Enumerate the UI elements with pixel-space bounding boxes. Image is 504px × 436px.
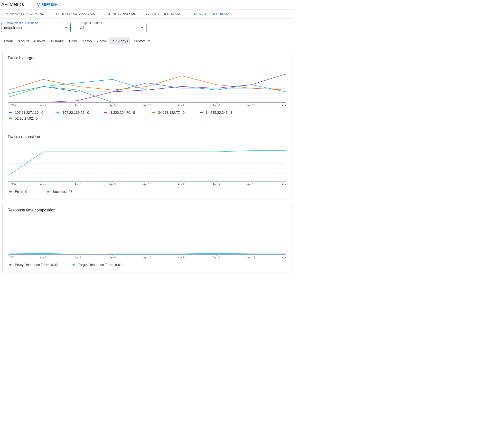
legend-item[interactable]: Error: 0 (8, 189, 46, 195)
svg-text:Apr 13: Apr 13 (247, 104, 255, 107)
legend-swatch-icon (8, 263, 13, 266)
refresh-label: REFRESH (42, 3, 57, 6)
legend-item[interactable]: Target Response Time: 8.61s (71, 262, 134, 268)
refresh-icon (37, 2, 40, 7)
tab-error-code-analysis[interactable]: ERROR CODE ANALYSIS (51, 10, 100, 18)
svg-text:Apr 7: Apr 7 (40, 183, 46, 186)
svg-text:Apr 12: Apr 12 (213, 183, 220, 186)
svg-text:Apr 9: Apr 9 (109, 183, 116, 186)
filter-controls: Environment or Hostname default-test Tar… (0, 19, 294, 32)
legend-label: Error: 0 (15, 190, 27, 194)
chevron-down-icon (65, 27, 67, 28)
legend-label: 34.235.32.249: 3 (206, 111, 232, 114)
legend-swatch-icon (103, 111, 108, 114)
svg-text:Apr 14: Apr 14 (282, 256, 286, 259)
legend-item[interactable]: 34.193.132.77: 0 (151, 110, 198, 115)
target-ip-select-label: Target IP Address (79, 21, 105, 25)
legend-swatch-icon (8, 190, 13, 193)
svg-text:Apr 10: Apr 10 (143, 256, 151, 259)
legend-item[interactable]: 107.21.227.110: 0 (8, 110, 55, 115)
chart-traffic-composition: UTC-4Apr 7Apr 8Apr 9Apr 10Apr 11Apr 12Ap… (8, 145, 286, 187)
chart-response-time: UTC-4Apr 7Apr 8Apr 9Apr 10Apr 11Apr 12Ap… (8, 219, 286, 260)
refresh-button[interactable]: REFRESH (37, 2, 57, 7)
legend-label: Success: 23 (53, 190, 72, 194)
target-ip-select[interactable]: Target IP Address All (77, 23, 147, 32)
svg-text:Apr 9: Apr 9 (109, 256, 116, 259)
time-chip-custom[interactable]: Custom (131, 38, 152, 45)
time-chip-12h[interactable]: 12 hours (48, 38, 66, 45)
legend-swatch-icon (198, 111, 204, 114)
legend-item[interactable]: 52.20.27.92: 0 (8, 115, 55, 121)
svg-text:UTC-4: UTC-4 (9, 104, 16, 107)
svg-point-23 (9, 112, 11, 114)
svg-text:Apr 14: Apr 14 (282, 104, 286, 107)
svg-text:Apr 7: Apr 7 (40, 104, 46, 107)
chevron-down-icon (148, 40, 150, 42)
chart-title: Traffic by target (8, 56, 286, 60)
page-header: API Metrics REFRESH (0, 0, 294, 9)
panel-traffic-by-target: Traffic by target UTC-4Apr 7Apr 8Apr 9Ap… (2, 51, 291, 126)
legend-item[interactable]: 3.230.204.70: 8 (103, 110, 151, 115)
legend-item[interactable]: 34.235.32.249: 3 (198, 110, 246, 115)
svg-text:UTC-4: UTC-4 (9, 183, 16, 186)
legend-label: 107.22.139.22: 0 (63, 111, 89, 114)
time-chip-3h[interactable]: 3 hours (16, 38, 32, 45)
tab-target-performance[interactable]: TARGET PERFORMANCE (189, 10, 238, 18)
svg-text:Apr 13: Apr 13 (247, 256, 255, 259)
legend-swatch-icon (151, 111, 156, 114)
legend-item[interactable]: Proxy Response Time: 0.03s (8, 262, 71, 268)
svg-rect-25 (57, 112, 59, 114)
svg-point-57 (9, 191, 11, 192)
chart-title: Response time composition (8, 208, 286, 212)
chart-title: Traffic composition (8, 135, 286, 139)
check-icon (112, 39, 115, 43)
svg-text:Apr 11: Apr 11 (178, 256, 186, 259)
svg-text:Apr 9: Apr 9 (109, 104, 116, 107)
legend-response-time: Proxy Response Time: 0.03sTarget Respons… (8, 262, 286, 268)
svg-text:Apr 14: Apr 14 (282, 183, 286, 186)
svg-rect-33 (9, 118, 11, 119)
panel-response-time: Response time composition UTC-4Apr 7Apr … (2, 203, 291, 272)
tab-latency-analysis[interactable]: LATENCY ANALYSIS (100, 10, 141, 18)
svg-rect-85 (73, 264, 75, 265)
legend-label: 3.230.204.70: 8 (110, 111, 135, 114)
svg-text:Apr 8: Apr 8 (75, 183, 81, 186)
time-chip-3d[interactable]: 3 days (79, 38, 94, 45)
time-chip-14d[interactable]: 14 days (109, 38, 130, 45)
tab-cache-performance[interactable]: CACHE PERFORMANCE (141, 10, 188, 18)
legend-swatch-icon (55, 111, 61, 114)
svg-text:Apr 12: Apr 12 (213, 256, 220, 259)
legend-swatch-icon (8, 111, 13, 114)
time-chip-1d[interactable]: 1 day (66, 38, 79, 45)
time-range-chips: 1 hour 3 hours 6 hours 12 hours 1 day 3 … (0, 32, 294, 47)
time-chip-6h[interactable]: 6 hours (32, 38, 48, 45)
legend-traffic-by-target: 107.21.227.110: 0107.22.139.22: 03.230.2… (8, 110, 286, 121)
legend-label: 34.193.132.77: 0 (158, 111, 185, 114)
chevron-down-icon (141, 27, 143, 28)
legend-label: Proxy Response Time: 0.03s (15, 263, 59, 267)
legend-label: 107.21.227.110: 0 (15, 111, 43, 114)
panel-traffic-composition: Traffic composition UTC-4Apr 7Apr 8Apr 9… (2, 130, 291, 199)
time-chip-1h[interactable]: 1 hour (1, 38, 16, 45)
legend-label: Target Response Time: 8.61s (78, 263, 123, 267)
legend-item[interactable]: Success: 23 (46, 189, 84, 195)
tab-api-proxy-performance[interactable]: API PROXY PERFORMANCE (0, 10, 51, 18)
svg-text:Apr 8: Apr 8 (75, 104, 81, 107)
chart-traffic-by-target: UTC-4Apr 7Apr 8Apr 9Apr 10Apr 11Apr 12Ap… (8, 66, 286, 108)
svg-text:Apr 11: Apr 11 (178, 104, 186, 107)
environment-select[interactable]: Environment or Hostname default-test (1, 23, 71, 32)
legend-traffic-composition: Error: 0Success: 23 (8, 189, 286, 195)
svg-text:Apr 12: Apr 12 (213, 104, 220, 107)
time-chip-7d[interactable]: 7 days (94, 38, 109, 45)
svg-text:Apr 7: Apr 7 (40, 256, 46, 259)
svg-text:UTC-4: UTC-4 (9, 256, 16, 259)
legend-item[interactable]: 107.22.139.22: 0 (55, 110, 103, 115)
svg-rect-59 (47, 191, 49, 192)
svg-text:Apr 11: Apr 11 (178, 183, 186, 186)
svg-text:Apr 10: Apr 10 (143, 183, 151, 186)
environment-select-value: default-test (4, 26, 22, 30)
svg-point-83 (9, 264, 11, 265)
page-title: API Metrics (1, 2, 24, 7)
legend-swatch-icon (46, 190, 51, 193)
svg-text:Apr 13: Apr 13 (247, 183, 255, 186)
